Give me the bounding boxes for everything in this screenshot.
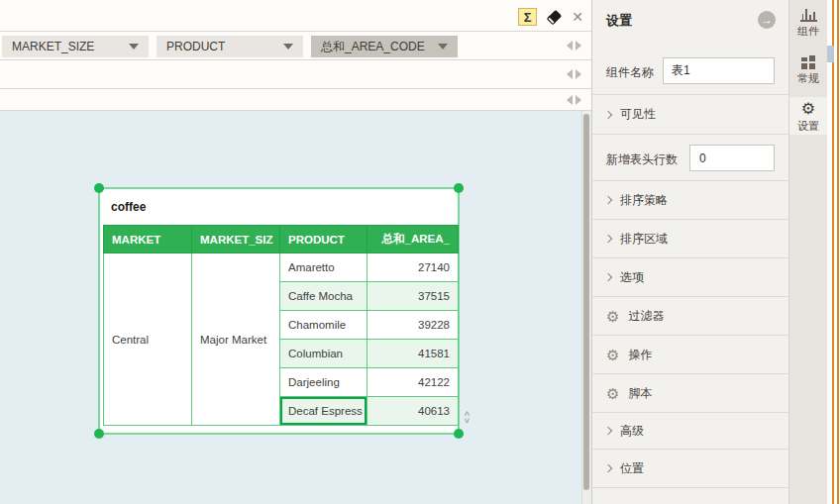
cell-market[interactable]: Central — [104, 253, 192, 426]
section-label: 选项 — [620, 269, 644, 286]
tab-label: 组件 — [797, 24, 819, 39]
col-header-market[interactable]: MARKET — [104, 226, 192, 253]
table-row: Central Major Market Amaretto 27140 — [104, 253, 459, 282]
resize-handle-top-right[interactable] — [454, 183, 464, 193]
cell-value[interactable]: 39228 — [368, 311, 459, 340]
shelf-collapse-arrows[interactable] — [567, 41, 581, 50]
cell-product[interactable]: Amaretto — [280, 253, 368, 282]
section-sort-strategy[interactable]: 排序策略 — [592, 181, 788, 220]
section-script[interactable]: ⚙ 脚本 — [592, 374, 788, 413]
shelf-collapse-arrows[interactable] — [567, 69, 581, 79]
gear-icon: ⚙ — [606, 309, 619, 324]
collapse-panel-arrow-icon[interactable]: → — [758, 11, 776, 29]
section-label: 排序区域 — [620, 231, 668, 248]
close-icon[interactable]: ✕ — [572, 10, 583, 24]
field-shelf-row: MARKET_SIZE PRODUCT 总和_AREA_CODE — [0, 32, 591, 60]
bar-chart-icon — [800, 9, 817, 22]
cell-market-size[interactable]: Major Market — [192, 253, 280, 426]
section-label: 过滤器 — [628, 308, 664, 325]
section-actions[interactable]: ⚙ 操作 — [592, 336, 788, 374]
field-pill-label: PRODUCT — [166, 40, 225, 53]
header-rows-input[interactable] — [689, 145, 775, 171]
right-edge-strip — [827, 0, 840, 504]
gear-icon: ⚙ — [606, 386, 619, 401]
toolbar-row: Σ ✕ — [0, 0, 591, 32]
section-sort-area[interactable]: 排序区域 — [592, 220, 788, 258]
cell-value[interactable]: 37515 — [368, 282, 459, 311]
resize-handle-bottom-right[interactable] — [454, 429, 464, 439]
cell-product[interactable]: Caffe Mocha — [280, 282, 368, 311]
empty-shelf-row — [0, 89, 591, 111]
arrow-right-icon[interactable] — [576, 69, 581, 79]
design-area: Σ ✕ MARKET_SIZE PRODUCT 总和_AREA_CODE — [0, 0, 591, 504]
header-rows-label: 新增表头行数 — [606, 151, 678, 168]
table-widget[interactable]: coffee MARKET MARKET_SIZ PRODUCT 总和_AREA… — [98, 187, 460, 435]
canvas-scrollbar[interactable] — [581, 111, 590, 504]
edge-scrollbar-thumb[interactable] — [827, 46, 834, 62]
summary-sigma-button[interactable]: Σ — [518, 8, 537, 26]
side-tabbar: 组件 常规 ⚙ 设置 — [788, 0, 827, 504]
cell-product[interactable]: Darjeeling — [280, 368, 368, 397]
section-position[interactable]: 位置 — [592, 450, 788, 488]
tab-component[interactable]: 组件 — [789, 0, 827, 49]
chevron-right-icon — [604, 235, 612, 243]
cell-product[interactable]: Chamomile — [280, 311, 368, 340]
dropdown-arrow-icon[interactable] — [129, 44, 139, 50]
resize-handle-bottom-left[interactable] — [94, 429, 104, 439]
field-pill-product[interactable]: PRODUCT — [157, 36, 303, 57]
section-label: 排序策略 — [620, 192, 668, 209]
resize-handle-top-left[interactable] — [94, 183, 104, 193]
orange-edge-line — [832, 0, 834, 504]
eraser-icon[interactable] — [546, 8, 564, 26]
dropdown-arrow-icon[interactable] — [283, 44, 293, 50]
arrow-left-icon[interactable] — [567, 69, 573, 79]
field-pill-area-code[interactable]: 总和_AREA_CODE — [311, 36, 458, 57]
field-pill-label: 总和_AREA_CODE — [321, 39, 425, 55]
widget-name-input[interactable] — [663, 57, 775, 84]
section-label: 脚本 — [628, 385, 652, 402]
tab-label: 设置 — [797, 119, 819, 134]
col-header-area-code-sum[interactable]: 总和_AREA_ — [368, 226, 459, 253]
section-filter[interactable]: ⚙ 过滤器 — [592, 297, 788, 336]
orange-edge-line — [837, 0, 839, 504]
cell-product[interactable]: Columbian — [280, 340, 368, 368]
chevron-right-icon — [604, 196, 612, 204]
row-scroll-hint-icon[interactable]: ˄˅ — [465, 411, 470, 425]
cell-value[interactable]: 27140 — [368, 253, 459, 282]
field-pill-market-size[interactable]: MARKET_SIZE — [2, 36, 149, 57]
design-canvas[interactable]: coffee MARKET MARKET_SIZ PRODUCT 总和_AREA… — [0, 111, 591, 504]
section-label: 高级 — [620, 423, 644, 440]
chevron-right-icon — [604, 110, 612, 118]
section-advanced[interactable]: 高级 — [592, 413, 788, 450]
tab-general[interactable]: 常规 — [789, 49, 827, 97]
cell-product-selected[interactable]: Decaf Espress — [280, 397, 368, 426]
arrow-right-icon[interactable] — [576, 95, 581, 105]
section-visibility[interactable]: 可见性 — [592, 95, 788, 135]
empty-shelf-row — [0, 60, 591, 89]
cell-value[interactable]: 41581 — [368, 340, 459, 368]
col-header-product[interactable]: PRODUCT — [280, 226, 368, 253]
shelf-collapse-arrows[interactable] — [567, 95, 581, 105]
widget-name-label: 组件名称 — [606, 64, 654, 81]
coffee-table: MARKET MARKET_SIZ PRODUCT 总和_AREA_ Centr… — [103, 225, 459, 426]
chevron-right-icon — [604, 464, 612, 472]
section-options[interactable]: 选项 — [592, 258, 788, 297]
arrow-right-icon[interactable] — [576, 41, 581, 50]
arrow-left-icon[interactable] — [567, 41, 573, 50]
col-header-market-size[interactable]: MARKET_SIZ — [192, 226, 280, 253]
gear-icon: ⚙ — [801, 101, 815, 117]
tab-settings-active[interactable]: ⚙ 设置 — [789, 97, 827, 135]
gear-icon: ⚙ — [606, 348, 619, 362]
cell-value[interactable]: 42122 — [368, 368, 459, 397]
chevron-right-icon — [604, 273, 612, 281]
dropdown-arrow-icon[interactable] — [438, 44, 448, 50]
chevron-down-icon: ˅ — [465, 418, 470, 425]
section-label: 可见性 — [620, 106, 656, 123]
arrow-left-icon[interactable] — [567, 95, 573, 105]
table-header-row: MARKET MARKET_SIZ PRODUCT 总和_AREA_ — [104, 226, 459, 253]
cell-value[interactable]: 40613 — [368, 397, 459, 426]
canvas-scrollbar-thumb[interactable] — [583, 114, 589, 490]
chevron-right-icon — [604, 427, 612, 435]
tab-label: 常规 — [797, 71, 819, 86]
settings-panel: 设置 → 组件名称 可见性 新增表头行数 排序策略 排序区域 选项 — [591, 0, 788, 504]
